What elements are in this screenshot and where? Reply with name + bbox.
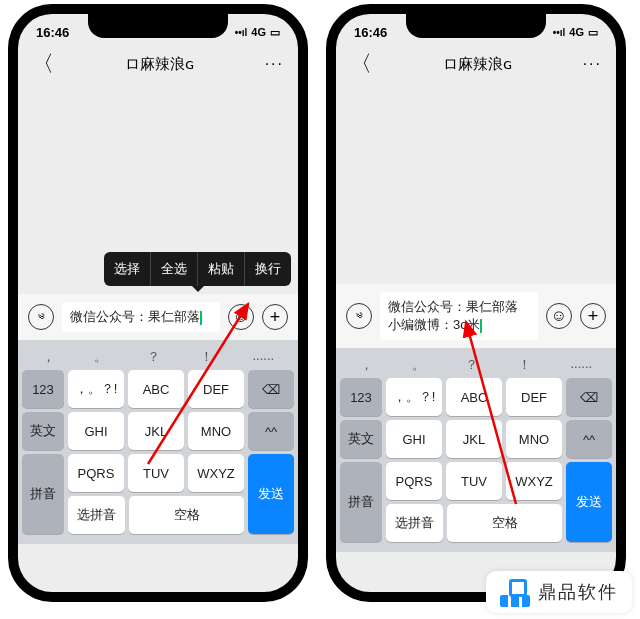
input-bar: ༄ 微信公众号：果仁部落小编微博：3o米 ☺ + xyxy=(336,284,616,348)
key-send[interactable]: 发送 xyxy=(248,454,294,534)
key-tuv[interactable]: TUV xyxy=(128,454,184,492)
watermark-logo-icon xyxy=(500,577,530,607)
key-space[interactable]: 空格 xyxy=(447,504,562,542)
voice-icon[interactable]: ༄ xyxy=(346,303,372,329)
menu-select-all[interactable]: 全选 xyxy=(151,252,198,286)
candidate-row[interactable]: ，。？！...... xyxy=(340,352,612,378)
plus-icon[interactable]: + xyxy=(262,304,288,330)
phone-right: 16:46 ••ıl4G▭ 〈 ロ麻辣浪ɢ ··· ༄ 微信公众号：果仁部落小编… xyxy=(326,4,626,602)
back-button[interactable]: 〈 xyxy=(350,49,372,79)
key-abc[interactable]: ABC xyxy=(446,378,502,416)
key-lang[interactable]: 英文 xyxy=(340,420,382,458)
time: 16:46 xyxy=(36,25,69,40)
key-pqrs[interactable]: PQRS xyxy=(68,454,124,492)
key-def[interactable]: DEF xyxy=(188,370,244,408)
key-delete[interactable]: ⌫ xyxy=(248,370,294,408)
phone-left: 16:46 ••ıl4G▭ 〈 ロ麻辣浪ɢ ··· 选择 全选 粘贴 换行 ༄ … xyxy=(8,4,308,602)
key-wxyz[interactable]: WXYZ xyxy=(188,454,244,492)
key-123[interactable]: 123 xyxy=(22,370,64,408)
emoji-icon[interactable]: ☺ xyxy=(546,303,572,329)
voice-icon[interactable]: ༄ xyxy=(28,304,54,330)
key-lang[interactable]: 英文 xyxy=(22,412,64,450)
chat-title: ロ麻辣浪ɢ xyxy=(443,55,512,74)
candidate-row[interactable]: ，。？！...... xyxy=(22,344,294,370)
key-pinyin[interactable]: 拼音 xyxy=(22,454,64,534)
menu-paste[interactable]: 粘贴 xyxy=(198,252,245,286)
chat-area xyxy=(336,84,616,284)
key-ghi[interactable]: GHI xyxy=(386,420,442,458)
key-ghi[interactable]: GHI xyxy=(68,412,124,450)
key-123[interactable]: 123 xyxy=(340,378,382,416)
keyboard: ，。？！...... 123 英文 拼音 ，。？!ABCDEF GHIJKLMN… xyxy=(18,340,298,544)
network: 4G xyxy=(251,26,266,38)
text-input[interactable]: 微信公众号：果仁部落 xyxy=(62,302,220,332)
time: 16:46 xyxy=(354,25,387,40)
nav-bar: 〈 ロ麻辣浪ɢ ··· xyxy=(336,44,616,84)
emoji-icon[interactable]: ☺ xyxy=(228,304,254,330)
network: 4G xyxy=(569,26,584,38)
key-punct[interactable]: ，。？! xyxy=(386,378,442,416)
key-select-pinyin[interactable]: 选拼音 xyxy=(68,496,125,534)
back-button[interactable]: 〈 xyxy=(32,49,54,79)
watermark-text: 鼎品软件 xyxy=(538,580,618,604)
key-space[interactable]: 空格 xyxy=(129,496,244,534)
text-input[interactable]: 微信公众号：果仁部落小编微博：3o米 xyxy=(380,292,538,340)
plus-icon[interactable]: + xyxy=(580,303,606,329)
key-symbol[interactable]: ^^ xyxy=(248,412,294,450)
key-punct[interactable]: ，。？! xyxy=(68,370,124,408)
chat-title: ロ麻辣浪ɢ xyxy=(125,55,194,74)
watermark: 鼎品软件 xyxy=(486,571,632,613)
key-select-pinyin[interactable]: 选拼音 xyxy=(386,504,443,542)
key-def[interactable]: DEF xyxy=(506,378,562,416)
key-send[interactable]: 发送 xyxy=(566,462,612,542)
key-mno[interactable]: MNO xyxy=(188,412,244,450)
key-mno[interactable]: MNO xyxy=(506,420,562,458)
key-jkl[interactable]: JKL xyxy=(128,412,184,450)
menu-select[interactable]: 选择 xyxy=(104,252,151,286)
key-symbol[interactable]: ^^ xyxy=(566,420,612,458)
notch xyxy=(88,14,228,38)
key-delete[interactable]: ⌫ xyxy=(566,378,612,416)
chat-area: 选择 全选 粘贴 换行 xyxy=(18,84,298,294)
key-pinyin[interactable]: 拼音 xyxy=(340,462,382,542)
key-abc[interactable]: ABC xyxy=(128,370,184,408)
nav-bar: 〈 ロ麻辣浪ɢ ··· xyxy=(18,44,298,84)
key-wxyz[interactable]: WXYZ xyxy=(506,462,562,500)
menu-newline[interactable]: 换行 xyxy=(245,252,291,286)
keyboard: ，。？！...... 123 英文 拼音 ，。？!ABCDEF GHIJKLMN… xyxy=(336,348,616,552)
key-tuv[interactable]: TUV xyxy=(446,462,502,500)
notch xyxy=(406,14,546,38)
input-bar: ༄ 微信公众号：果仁部落 ☺ + xyxy=(18,294,298,340)
more-button[interactable]: ··· xyxy=(265,55,284,73)
context-menu: 选择 全选 粘贴 换行 xyxy=(104,252,291,286)
key-jkl[interactable]: JKL xyxy=(446,420,502,458)
key-pqrs[interactable]: PQRS xyxy=(386,462,442,500)
more-button[interactable]: ··· xyxy=(583,55,602,73)
